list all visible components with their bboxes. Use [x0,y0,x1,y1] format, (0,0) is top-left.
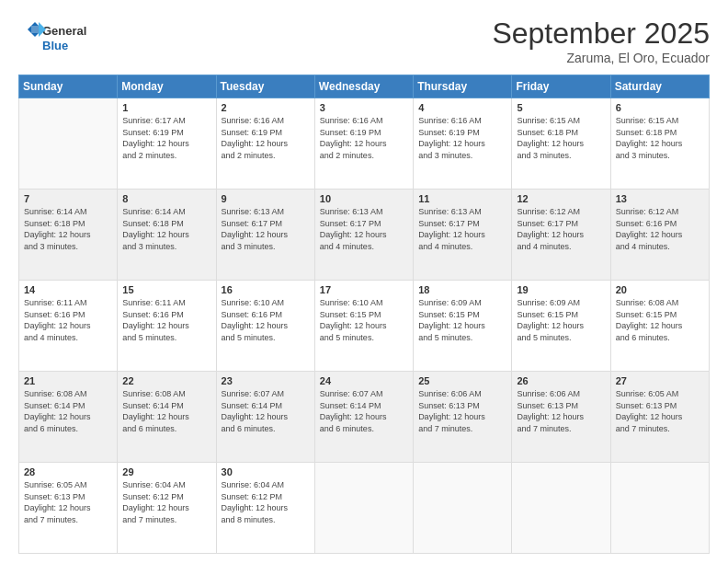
calendar-cell: 16Sunrise: 6:10 AMSunset: 6:16 PMDayligh… [216,281,314,372]
day-number: 24 [320,375,408,386]
calendar-cell [19,98,118,190]
calendar-cell: 25Sunrise: 6:06 AMSunset: 6:13 PMDayligh… [414,372,512,463]
month-title: September 2025 [492,17,710,51]
day-info: Sunrise: 6:08 AMSunset: 6:14 PMDaylight:… [24,388,112,434]
calendar-cell: 13Sunrise: 6:12 AMSunset: 6:16 PMDayligh… [610,190,709,281]
day-info: Sunrise: 6:16 AMSunset: 6:19 PMDaylight:… [222,115,310,161]
day-info: Sunrise: 6:08 AMSunset: 6:14 PMDaylight:… [122,388,210,434]
calendar-cell: 29Sunrise: 6:04 AMSunset: 6:12 PMDayligh… [118,463,216,554]
svg-text:Blue: Blue [42,39,68,52]
calendar-cell: 30Sunrise: 6:04 AMSunset: 6:12 PMDayligh… [216,463,314,554]
day-number: 30 [222,466,310,477]
calendar-week-row: 7Sunrise: 6:14 AMSunset: 6:18 PMDaylight… [19,190,710,281]
col-header-saturday: Saturday [610,75,709,98]
calendar-cell: 12Sunrise: 6:12 AMSunset: 6:17 PMDayligh… [512,190,610,281]
day-info: Sunrise: 6:10 AMSunset: 6:15 PMDaylight:… [320,297,408,343]
day-number: 8 [122,193,210,204]
day-number: 3 [320,102,408,113]
calendar-cell: 14Sunrise: 6:11 AMSunset: 6:16 PMDayligh… [19,281,118,372]
day-number: 2 [222,102,310,113]
calendar-cell: 15Sunrise: 6:11 AMSunset: 6:16 PMDayligh… [118,281,216,372]
day-info: Sunrise: 6:10 AMSunset: 6:16 PMDaylight:… [222,297,310,343]
day-number: 25 [418,375,506,386]
day-number: 18 [418,284,506,295]
calendar-cell [610,463,709,554]
svg-marker-2 [31,26,39,33]
day-info: Sunrise: 6:07 AMSunset: 6:14 PMDaylight:… [222,388,310,434]
day-info: Sunrise: 6:13 AMSunset: 6:17 PMDaylight:… [320,206,408,252]
calendar-cell: 23Sunrise: 6:07 AMSunset: 6:14 PMDayligh… [216,372,314,463]
day-info: Sunrise: 6:16 AMSunset: 6:19 PMDaylight:… [418,115,506,161]
header: General Blue September 2025 Zaruma, El O… [18,17,710,65]
calendar-cell: 6Sunrise: 6:15 AMSunset: 6:18 PMDaylight… [610,98,709,190]
col-header-sunday: Sunday [19,75,118,98]
day-info: Sunrise: 6:15 AMSunset: 6:18 PMDaylight:… [517,115,605,161]
calendar-cell: 20Sunrise: 6:08 AMSunset: 6:15 PMDayligh… [610,281,709,372]
day-number: 10 [320,193,408,204]
calendar-cell: 11Sunrise: 6:13 AMSunset: 6:17 PMDayligh… [414,190,512,281]
day-info: Sunrise: 6:14 AMSunset: 6:18 PMDaylight:… [122,206,210,252]
col-header-tuesday: Tuesday [216,75,314,98]
calendar-cell: 21Sunrise: 6:08 AMSunset: 6:14 PMDayligh… [19,372,118,463]
day-info: Sunrise: 6:13 AMSunset: 6:17 PMDaylight:… [222,206,310,252]
calendar-cell: 2Sunrise: 6:16 AMSunset: 6:19 PMDaylight… [216,98,314,190]
day-number: 23 [222,375,310,386]
day-number: 29 [122,466,210,477]
day-number: 6 [616,102,704,113]
day-number: 12 [517,193,605,204]
day-number: 27 [616,375,704,386]
calendar-week-row: 1Sunrise: 6:17 AMSunset: 6:19 PMDaylight… [19,98,710,190]
day-number: 15 [122,284,210,295]
col-header-wednesday: Wednesday [314,75,413,98]
day-info: Sunrise: 6:12 AMSunset: 6:17 PMDaylight:… [517,206,605,252]
calendar-header-row: SundayMondayTuesdayWednesdayThursdayFrid… [19,75,710,98]
day-number: 4 [418,102,506,113]
svg-text:General: General [42,24,86,38]
day-number: 14 [24,284,112,295]
day-number: 28 [24,466,112,477]
calendar-cell: 5Sunrise: 6:15 AMSunset: 6:18 PMDaylight… [512,98,610,190]
day-info: Sunrise: 6:15 AMSunset: 6:18 PMDaylight:… [616,115,704,161]
day-info: Sunrise: 6:08 AMSunset: 6:15 PMDaylight:… [616,297,704,343]
calendar-cell [512,463,610,554]
calendar-cell: 7Sunrise: 6:14 AMSunset: 6:18 PMDaylight… [19,190,118,281]
location-subtitle: Zaruma, El Oro, Ecuador [492,51,710,65]
calendar-cell: 24Sunrise: 6:07 AMSunset: 6:14 PMDayligh… [314,372,413,463]
calendar-cell: 28Sunrise: 6:05 AMSunset: 6:13 PMDayligh… [19,463,118,554]
day-number: 22 [122,375,210,386]
day-info: Sunrise: 6:17 AMSunset: 6:19 PMDaylight:… [122,115,210,161]
calendar-cell: 8Sunrise: 6:14 AMSunset: 6:18 PMDaylight… [118,190,216,281]
day-info: Sunrise: 6:06 AMSunset: 6:13 PMDaylight:… [517,388,605,434]
page: General Blue September 2025 Zaruma, El O… [0,0,728,563]
calendar-cell: 1Sunrise: 6:17 AMSunset: 6:19 PMDaylight… [118,98,216,190]
day-info: Sunrise: 6:06 AMSunset: 6:13 PMDaylight:… [418,388,506,434]
title-block: September 2025 Zaruma, El Oro, Ecuador [492,17,710,65]
logo: General Blue [18,17,119,61]
day-number: 21 [24,375,112,386]
day-info: Sunrise: 6:05 AMSunset: 6:13 PMDaylight:… [616,388,704,434]
day-info: Sunrise: 6:16 AMSunset: 6:19 PMDaylight:… [320,115,408,161]
calendar-week-row: 28Sunrise: 6:05 AMSunset: 6:13 PMDayligh… [19,463,710,554]
day-info: Sunrise: 6:13 AMSunset: 6:17 PMDaylight:… [418,206,506,252]
calendar-cell: 10Sunrise: 6:13 AMSunset: 6:17 PMDayligh… [314,190,413,281]
day-info: Sunrise: 6:04 AMSunset: 6:12 PMDaylight:… [222,479,310,525]
day-number: 17 [320,284,408,295]
day-info: Sunrise: 6:07 AMSunset: 6:14 PMDaylight:… [320,388,408,434]
col-header-friday: Friday [512,75,610,98]
calendar-week-row: 21Sunrise: 6:08 AMSunset: 6:14 PMDayligh… [19,372,710,463]
calendar-cell: 4Sunrise: 6:16 AMSunset: 6:19 PMDaylight… [414,98,512,190]
day-number: 1 [122,102,210,113]
day-info: Sunrise: 6:14 AMSunset: 6:18 PMDaylight:… [24,206,112,252]
col-header-monday: Monday [118,75,216,98]
day-number: 7 [24,193,112,204]
calendar-table: SundayMondayTuesdayWednesdayThursdayFrid… [18,75,710,554]
calendar-cell: 22Sunrise: 6:08 AMSunset: 6:14 PMDayligh… [118,372,216,463]
day-info: Sunrise: 6:04 AMSunset: 6:12 PMDaylight:… [122,479,210,525]
calendar-week-row: 14Sunrise: 6:11 AMSunset: 6:16 PMDayligh… [19,281,710,372]
day-number: 26 [517,375,605,386]
day-info: Sunrise: 6:09 AMSunset: 6:15 PMDaylight:… [418,297,506,343]
day-info: Sunrise: 6:12 AMSunset: 6:16 PMDaylight:… [616,206,704,252]
col-header-thursday: Thursday [414,75,512,98]
calendar-cell [314,463,413,554]
calendar-cell: 27Sunrise: 6:05 AMSunset: 6:13 PMDayligh… [610,372,709,463]
